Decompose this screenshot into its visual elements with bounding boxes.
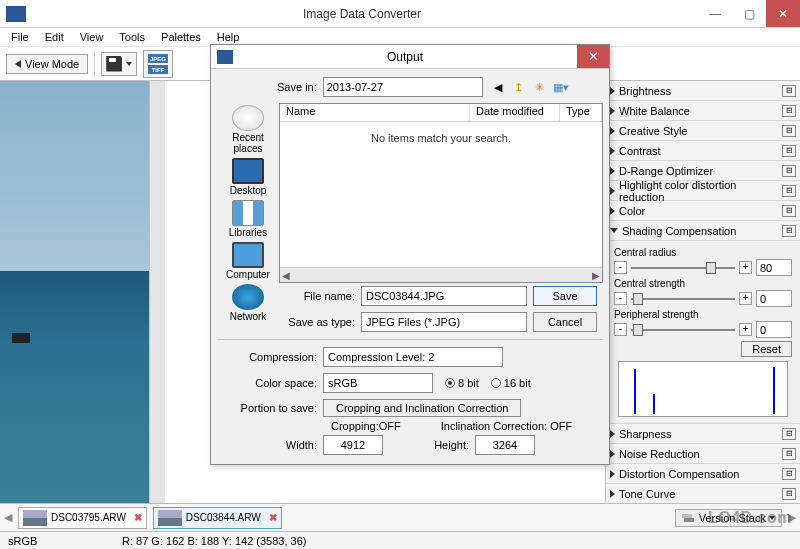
nav-view-icon[interactable]: ▦▾ (552, 78, 570, 96)
version-stack-button[interactable]: Version Stack (675, 509, 782, 527)
thumb-1-close-icon[interactable]: ✖ (134, 512, 142, 523)
menu-edit[interactable]: Edit (38, 29, 71, 45)
panel-color[interactable]: Color⊟ (606, 201, 800, 221)
panel-tone-curve[interactable]: Tone Curve⊟ (606, 484, 800, 503)
panel-contrast[interactable]: Contrast⊟ (606, 141, 800, 161)
file-name-field[interactable]: DSC03844.JPG (361, 286, 527, 306)
dialog-cancel-button[interactable]: Cancel (533, 312, 597, 332)
cropping-button[interactable]: Cropping and Inclination Correction (323, 399, 521, 417)
places-bar: Recent places Desktop Libraries Computer… (217, 103, 279, 283)
panel-white-balance[interactable]: White Balance⊟ (606, 101, 800, 121)
panel-noise[interactable]: Noise Reduction⊟ (606, 444, 800, 464)
file-list-scrollbar[interactable]: ◀▶ (280, 267, 602, 282)
view-mode-button[interactable]: View Mode (6, 54, 88, 74)
save-as-type-dropdown[interactable]: JPEG Files (*.JPG) (361, 312, 527, 332)
height-field[interactable] (475, 435, 535, 455)
view-mode-label: View Mode (25, 58, 79, 70)
place-desktop[interactable]: Desktop (230, 158, 267, 196)
menu-view[interactable]: View (73, 29, 111, 45)
panel-distortion[interactable]: Distortion Compensation⊟ (606, 464, 800, 484)
col-name[interactable]: Name (280, 104, 470, 121)
place-computer[interactable]: Computer (226, 242, 270, 280)
save-icon (106, 56, 122, 72)
dialog-close-button[interactable]: ✕ (577, 45, 609, 68)
adjustments-panel: Brightness⊟ White Balance⊟ Creative Styl… (605, 81, 800, 503)
save-button[interactable] (101, 52, 137, 76)
panel-brightness[interactable]: Brightness⊟ (606, 81, 800, 101)
nav-up-icon[interactable]: ↥ (510, 78, 528, 96)
color-space-dropdown[interactable]: sRGB (323, 373, 433, 393)
nav-back-icon[interactable]: ◀ (489, 78, 507, 96)
place-libraries[interactable]: Libraries (229, 200, 267, 238)
radio-16bit[interactable]: 16 bit (491, 377, 531, 389)
dialog-icon (217, 50, 233, 64)
minimize-button[interactable]: — (698, 0, 732, 27)
close-button[interactable]: ✕ (766, 0, 800, 27)
cropping-status: Cropping:OFF (331, 420, 401, 432)
strip-nav-right[interactable]: ▶ (788, 511, 796, 524)
central-strength-value[interactable] (756, 290, 792, 307)
preview-scrollbar[interactable] (149, 81, 165, 503)
save-in-label: Save in: (277, 81, 317, 93)
radio-8bit[interactable]: 8 bit (445, 377, 479, 389)
shading-body: Central radius - + Central strength - + … (606, 241, 800, 424)
height-label: Height: (419, 439, 469, 451)
menu-tools[interactable]: Tools (112, 29, 152, 45)
maximize-button[interactable]: ▢ (732, 0, 766, 27)
app-title: Image Data Converter (26, 7, 698, 21)
central-strength-label: Central strength (614, 278, 792, 289)
svg-text:TIFF: TIFF (152, 67, 165, 73)
peripheral-strength-minus[interactable]: - (614, 323, 627, 336)
nav-new-folder-icon[interactable]: ✳ (531, 78, 549, 96)
place-network[interactable]: Network (230, 284, 267, 322)
col-date[interactable]: Date modified (470, 104, 560, 121)
save-in-dropdown[interactable]: 2013-07-27 (323, 77, 483, 97)
central-strength-plus[interactable]: + (739, 292, 752, 305)
stack-icon (682, 512, 696, 524)
dialog-save-button[interactable]: Save (533, 286, 597, 306)
thumb-2[interactable]: DSC03844.ARW✖ (153, 507, 282, 529)
central-strength-slider[interactable] (631, 298, 735, 300)
central-radius-plus[interactable]: + (739, 261, 752, 274)
save-as-type-label: Save as type: (285, 316, 355, 328)
image-preview[interactable] (0, 81, 165, 503)
thumb-2-close-icon[interactable]: ✖ (269, 512, 277, 523)
panel-sharpness[interactable]: Sharpness⊟ (606, 424, 800, 444)
panel-creative-style[interactable]: Creative Style⊟ (606, 121, 800, 141)
compression-dropdown[interactable]: Compression Level: 2 (323, 347, 503, 367)
status-readout: R: 87 G: 162 B: 188 Y: 142 (3583, 36) (122, 535, 306, 547)
portion-label: Portion to save: (223, 402, 317, 414)
app-icon (6, 6, 26, 22)
thumb-1[interactable]: DSC03795.ARW✖ (18, 507, 147, 529)
empty-message: No items match your search. (280, 132, 602, 144)
central-radius-slider[interactable] (631, 267, 735, 269)
place-recent[interactable]: Recent places (217, 105, 279, 154)
col-type[interactable]: Type (560, 104, 602, 121)
peripheral-strength-value[interactable] (756, 321, 792, 338)
file-list[interactable]: Name Date modified Type No items match y… (279, 103, 603, 283)
jpeg-tiff-button[interactable]: JPEGTIFF (143, 50, 173, 78)
width-field[interactable] (323, 435, 383, 455)
thumbnail-strip: ◀ DSC03795.ARW✖ DSC03844.ARW✖ Version St… (0, 503, 800, 531)
histogram (618, 361, 788, 417)
dropdown-arrow-icon (126, 62, 132, 66)
panel-shading[interactable]: Shading Compensation⊟ (606, 221, 800, 241)
central-radius-minus[interactable]: - (614, 261, 627, 274)
panel-highlight[interactable]: Highlight color distortion reduction⊟ (606, 181, 800, 201)
peripheral-strength-slider[interactable] (631, 329, 735, 331)
menu-palettes[interactable]: Palettes (154, 29, 208, 45)
back-arrow-icon (15, 60, 21, 68)
central-radius-value[interactable] (756, 259, 792, 276)
strip-nav-left[interactable]: ◀ (4, 511, 12, 524)
panel-tool-icon[interactable]: ⊟ (782, 85, 796, 97)
output-dialog: Output ✕ Save in: 2013-07-27 ◀ ↥ ✳ ▦▾ Re… (210, 44, 610, 465)
status-bar: sRGB R: 87 G: 162 B: 188 Y: 142 (3583, 3… (0, 531, 800, 549)
dialog-title: Output (233, 50, 577, 64)
peripheral-strength-plus[interactable]: + (739, 323, 752, 336)
menu-help[interactable]: Help (210, 29, 247, 45)
shading-reset-button[interactable]: Reset (741, 341, 792, 357)
inclination-status: Inclination Correction: OFF (441, 420, 572, 432)
menu-file[interactable]: File (4, 29, 36, 45)
central-strength-minus[interactable]: - (614, 292, 627, 305)
status-color-space: sRGB (8, 535, 98, 547)
